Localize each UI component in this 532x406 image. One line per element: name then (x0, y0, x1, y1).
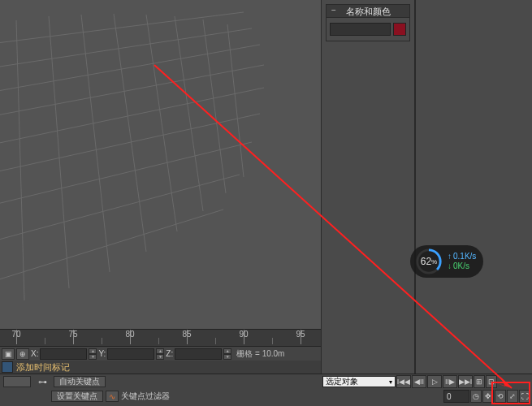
svg-line-3 (0, 65, 264, 118)
y-spinner[interactable]: ▲▼ (156, 348, 164, 360)
prev-frame-button[interactable]: ◀II (412, 375, 426, 388)
svg-line-8 (0, 209, 223, 284)
timeline-area: 70 75 80 85 90 95 ▣ ⊕ X: ▲▼ Y: ▲▼ Z: (0, 329, 321, 374)
play-button[interactable]: ▷ (427, 375, 442, 388)
svg-line-6 (0, 142, 252, 207)
svg-line-2 (0, 45, 260, 93)
pan-icon[interactable]: ✥ (482, 390, 494, 403)
rollout-name-color: − 名称和颜色 (326, 4, 410, 41)
prompt-row: 添加时间标记 (0, 361, 321, 374)
grid-toggle-a-icon[interactable]: ⊞ (474, 375, 485, 388)
z-spinner[interactable]: ▲▼ (223, 348, 231, 360)
grid-toggle-b-icon[interactable]: ⊡ (486, 375, 497, 388)
object-color-swatch[interactable] (393, 23, 406, 36)
key-filters-label[interactable]: 关键点过滤器 (121, 391, 170, 402)
curve-icon[interactable]: ∿ (106, 391, 119, 402)
z-input[interactable] (175, 348, 222, 360)
svg-line-0 (0, 12, 244, 45)
time-config-button[interactable]: ◷ (470, 390, 482, 403)
selection-set-dropdown[interactable]: 选定对象 ▾ (322, 376, 396, 387)
rollout-title: 名称和颜色 (346, 6, 391, 16)
set-key-button[interactable]: 设置关键点 (51, 391, 103, 402)
svg-line-5 (0, 114, 260, 175)
orbit-icon[interactable]: ⟲ (495, 390, 506, 403)
absolute-mode-icon[interactable]: ⊕ (16, 348, 29, 360)
svg-line-16 (203, 19, 226, 193)
bottom-left: ⊶ 自动关键点 设置关键点 ∿ 关键点过滤器 (0, 374, 321, 406)
zoom-icon[interactable]: ⤢ (507, 390, 518, 403)
command-panel-tabs (415, 0, 532, 374)
speed-rates: 0.1K/s 0K/s (448, 253, 476, 270)
maximize-icon[interactable]: ⛶ (519, 390, 530, 403)
command-panel: − 名称和颜色 (321, 0, 532, 374)
svg-line-10 (16, 20, 24, 300)
z-label: Z: (166, 349, 173, 358)
goto-end-button[interactable]: ▶▶I (458, 375, 473, 388)
svg-line-11 (49, 16, 69, 288)
transport-controls: 选定对象 ▾ I◀◀ ◀II ▷ II▶ ▶▶I ⊞ ⊡ (321, 374, 532, 389)
script-icon[interactable] (2, 361, 13, 373)
next-frame-button[interactable]: II▶ (443, 375, 457, 388)
svg-line-15 (175, 16, 203, 211)
object-name-input[interactable] (330, 23, 391, 36)
upload-rate: 0.1K/s (448, 253, 476, 261)
svg-line-1 (0, 28, 252, 69)
svg-line-17 (227, 24, 244, 177)
y-label: Y: (98, 349, 106, 358)
speed-ring: 62% (415, 248, 443, 275)
coordinate-row: ▣ ⊕ X: ▲▼ Y: ▲▼ Z: ▲▼ 栅格 = 10.0m (0, 347, 321, 361)
goto-start-button[interactable]: I◀◀ (396, 375, 411, 388)
svg-line-7 (0, 175, 240, 244)
chevron-down-icon: ▾ (389, 378, 392, 386)
x-label: X: (31, 349, 38, 358)
current-time-field[interactable]: 0 (443, 390, 469, 403)
viewport-nav-controls: 0 ◷ ✥ ⟲ ⤢ ⛶ (321, 389, 532, 404)
minus-icon: − (330, 6, 338, 15)
y-input[interactable] (107, 348, 154, 360)
speed-percent: 62 (421, 256, 431, 267)
bottom-right: 选定对象 ▾ I◀◀ ◀II ▷ II▶ ▶▶I ⊞ ⊡ 0 ◷ ✥ ⟲ ⤢ ⛶ (321, 374, 532, 406)
time-slider[interactable] (3, 376, 31, 387)
viewport-3d[interactable] (0, 0, 321, 329)
network-speed-widget[interactable]: 62% 0.1K/s 0K/s (410, 245, 483, 278)
prompt-text: 添加时间标记 (16, 361, 70, 374)
grid-plane (0, 0, 321, 329)
rollout-header[interactable]: − 名称和颜色 (327, 5, 409, 18)
svg-line-4 (0, 88, 264, 146)
time-ruler[interactable]: 70 75 80 85 90 95 (0, 329, 321, 347)
x-input[interactable] (40, 348, 87, 360)
svg-line-13 (114, 14, 146, 252)
x-spinner[interactable]: ▲▼ (89, 348, 97, 360)
selection-lock-icon[interactable]: ▣ (2, 348, 15, 360)
key-icon[interactable]: ⊶ (33, 376, 51, 387)
svg-line-12 (81, 15, 110, 272)
bottom-toolbar: ⊶ 自动关键点 设置关键点 ∿ 关键点过滤器 选定对象 ▾ I◀◀ ◀II ▷ … (0, 374, 532, 406)
grid-size-label: 栅格 = 10.0m (236, 348, 284, 360)
auto-key-button[interactable]: 自动关键点 (54, 376, 106, 387)
panel-rollouts: − 名称和颜色 (322, 0, 415, 374)
download-rate: 0K/s (448, 262, 476, 270)
